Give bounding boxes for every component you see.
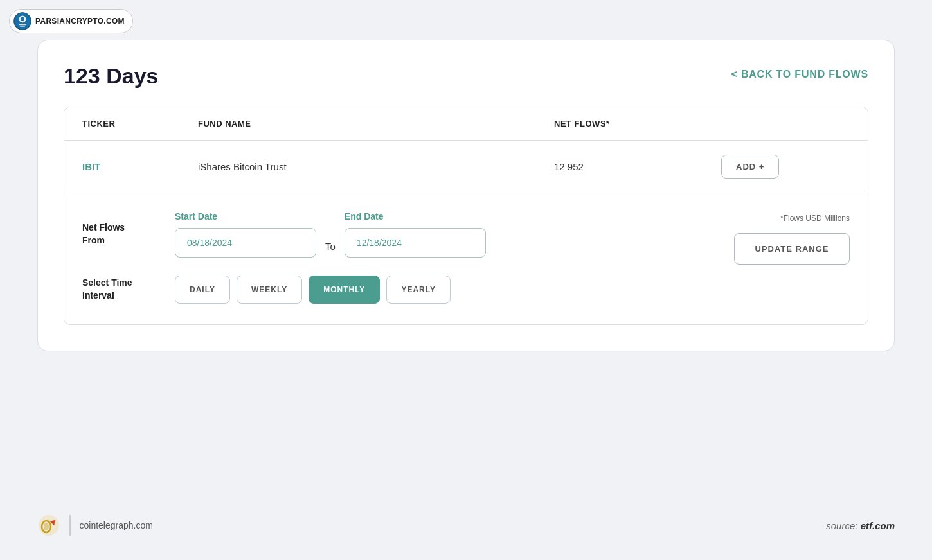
- flows-usd-note: *Flows USD Millions: [780, 214, 850, 223]
- table-card: TICKER FUND NAME NET FLOWS* IBIT iShares…: [64, 107, 868, 325]
- start-date-section: Start Date: [175, 211, 316, 258]
- back-to-fund-flows-link[interactable]: < BACK TO FUND FLOWS: [731, 64, 868, 80]
- end-date-label: End Date: [345, 211, 486, 222]
- yearly-button[interactable]: YEARLY: [386, 276, 451, 304]
- ticker-cell: IBIT: [82, 161, 198, 172]
- interval-buttons: DAILY WEEKLY MONTHLY YEARLY: [175, 276, 451, 304]
- update-range-button[interactable]: UPDATE RANGE: [734, 233, 850, 265]
- footer-left: cointelegraph.com: [37, 514, 153, 537]
- table-header: TICKER FUND NAME NET FLOWS*: [64, 107, 868, 141]
- monthly-button[interactable]: MONTHLY: [309, 276, 380, 304]
- net-flows-cell: 12 952: [554, 161, 721, 172]
- fund-name-cell: iShares Bitcoin Trust: [198, 161, 554, 172]
- svg-rect-3: [19, 24, 26, 25]
- date-range-row: Net Flows From Start Date To End Date: [82, 211, 708, 258]
- interval-label: Select Time Interval: [82, 277, 159, 302]
- footer-divider: [69, 515, 71, 536]
- page-title: 123 Days: [64, 64, 158, 89]
- col-action: [721, 119, 850, 128]
- controls-left: Net Flows From Start Date To End Date: [82, 211, 708, 304]
- footer-source-name: etf.com: [861, 520, 895, 531]
- footer: cointelegraph.com source: etf.com: [37, 514, 895, 537]
- table-row: IBIT iShares Bitcoin Trust 12 952 ADD +: [64, 141, 868, 193]
- svg-rect-4: [20, 26, 25, 27]
- topbar: PARSIANCRYPTO.COM: [9, 9, 133, 33]
- col-ticker: TICKER: [82, 119, 198, 128]
- main-card: 123 Days < BACK TO FUND FLOWS TICKER FUN…: [37, 40, 895, 351]
- controls-section: Net Flows From Start Date To End Date: [64, 193, 868, 324]
- parsiancrypto-icon: [13, 12, 31, 30]
- footer-source: source: etf.com: [826, 520, 895, 531]
- net-flows-label: Net Flows From: [82, 222, 159, 247]
- col-fund-name: FUND NAME: [198, 119, 554, 128]
- header-row: 123 Days < BACK TO FUND FLOWS: [64, 64, 868, 89]
- daily-button[interactable]: DAILY: [175, 276, 230, 304]
- topbar-label: PARSIANCRYPTO.COM: [35, 17, 125, 26]
- weekly-button[interactable]: WEEKLY: [237, 276, 302, 304]
- add-button[interactable]: ADD +: [721, 155, 779, 179]
- interval-row: Select Time Interval DAILY WEEKLY MONTHL…: [82, 276, 708, 304]
- end-date-input[interactable]: [345, 228, 486, 258]
- start-date-input[interactable]: [175, 228, 316, 258]
- controls-right: *Flows USD Millions UPDATE RANGE: [721, 211, 850, 265]
- cointelegraph-icon: [37, 514, 60, 537]
- end-date-section: End Date: [345, 211, 486, 258]
- to-label: To: [325, 218, 336, 252]
- footer-site: cointelegraph.com: [80, 520, 153, 530]
- svg-point-2: [21, 17, 24, 21]
- svg-point-7: [44, 523, 49, 530]
- col-net-flows: NET FLOWS*: [554, 119, 721, 128]
- start-date-label: Start Date: [175, 211, 316, 222]
